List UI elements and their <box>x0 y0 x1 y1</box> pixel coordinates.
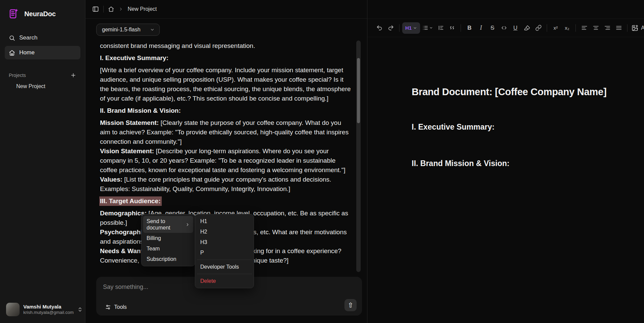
menu-item-team[interactable]: Team <box>143 243 193 254</box>
model-selector-row: gemini-1.5-flash <box>85 19 367 39</box>
header-divider <box>103 6 104 12</box>
arrow-up-icon: ⇧ <box>348 302 354 308</box>
toolbar-divider <box>461 24 461 32</box>
search-icon <box>9 35 15 41</box>
tools-button[interactable]: Tools <box>103 304 129 311</box>
user-name: Vamshi Mutyala <box>23 304 74 310</box>
doc-heading-executive-summary: I. Executive Summary: <box>100 53 352 63</box>
toolbar-divider <box>575 24 576 32</box>
menu-separator <box>197 260 252 260</box>
tools-label: Tools <box>114 304 127 310</box>
add-label: Add <box>641 25 644 31</box>
projects-label: Projects <box>9 73 26 78</box>
submenu-item-p[interactable]: P <box>197 247 252 258</box>
sidebar-item-search[interactable]: Search <box>5 31 80 45</box>
chevron-down-icon <box>413 26 417 30</box>
editor-panel: H1 B I S <box>367 0 644 323</box>
doc-heading-target-audience: III. Target Audience: <box>100 196 352 206</box>
bold-button[interactable]: B <box>464 22 475 34</box>
add-project-button[interactable] <box>70 72 76 78</box>
scrollbar-thumb[interactable] <box>357 58 360 123</box>
neuradoc-logo-icon <box>7 7 20 20</box>
image-plus-icon <box>632 25 638 31</box>
model-name: gemini-1.5-flash <box>102 27 140 33</box>
editor-toolbar: H1 B I S <box>367 19 644 37</box>
code-button[interactable] <box>498 22 510 34</box>
align-center-button[interactable] <box>590 22 601 34</box>
toolbar-divider <box>399 24 400 32</box>
model-selector[interactable]: gemini-1.5-flash <box>96 24 160 36</box>
redo-button[interactable] <box>385 22 396 34</box>
doc-paragraph: consistent brand messaging and visual re… <box>100 41 352 51</box>
context-menu: Send to document Billing Team Subscripti… <box>141 214 195 266</box>
italic-button[interactable]: I <box>475 22 487 34</box>
underline-button[interactable]: U <box>510 22 521 34</box>
heading-select-button[interactable]: H1 <box>402 22 420 34</box>
sidebar-item-new-project[interactable]: New Project <box>5 80 80 92</box>
chevron-right-icon <box>185 222 190 227</box>
editor-document[interactable]: Brand Document: [Coffee Company Name] I.… <box>367 37 644 323</box>
doc-paragraph: Vision Statement: [Describe your long-te… <box>100 146 352 175</box>
menu-separator <box>197 274 252 274</box>
link-button[interactable] <box>533 22 544 34</box>
chat-panel: New Project gemini-1.5-flash consistent … <box>85 0 367 323</box>
menu-item-subscription[interactable]: Subscription <box>143 254 193 264</box>
chevron-down-icon <box>150 27 155 32</box>
breadcrumb-project[interactable]: New Project <box>128 6 157 12</box>
breadcrumb-home-icon[interactable] <box>108 6 114 12</box>
send-to-document-submenu: H1 H2 H3 P Developer Tools Delete <box>195 214 254 288</box>
send-button[interactable]: ⇧ <box>344 299 357 311</box>
scrollbar-track[interactable] <box>356 41 361 272</box>
avatar <box>6 303 20 316</box>
undo-button[interactable] <box>373 22 385 34</box>
editor-doc-heading-mission-vision: II. Brand Mission & Vision: <box>412 159 644 168</box>
submenu-item-delete[interactable]: Delete <box>197 276 252 286</box>
submenu-item-developer-tools[interactable]: Developer Tools <box>197 262 252 272</box>
align-justify-button[interactable] <box>613 22 624 34</box>
sidebar-search-label: Search <box>19 34 37 41</box>
submenu-item-h2[interactable]: H2 <box>197 226 252 237</box>
editor-doc-heading-executive-summary: I. Executive Summary: <box>412 123 644 132</box>
submenu-item-h3[interactable]: H3 <box>197 237 252 247</box>
sidebar: NeuraDoc Search Home Projects New Projec… <box>0 0 85 323</box>
user-menu[interactable]: Vamshi Mutyala krish.mutyala@gmail.com <box>5 301 80 318</box>
doc-paragraph: Values: [List the core principles that g… <box>100 175 352 194</box>
app-name: NeuraDoc <box>24 10 56 18</box>
align-right-button[interactable] <box>601 22 613 34</box>
selected-text-highlight: III. Target Audience: <box>99 196 162 206</box>
align-left-button[interactable] <box>578 22 590 34</box>
subscript-button[interactable]: x₂ <box>561 22 573 34</box>
highlighter-button[interactable] <box>521 22 533 34</box>
doc-paragraph: Mission Statement: [Clearly state the pu… <box>100 118 352 146</box>
sidebar-toggle-icon[interactable] <box>92 6 99 12</box>
editor-doc-title: Brand Document: [Coffee Company Name] <box>412 86 644 98</box>
toolbar-divider <box>547 24 547 32</box>
sidebar-item-home[interactable]: Home <box>5 46 80 59</box>
submenu-item-h1[interactable]: H1 <box>197 216 252 226</box>
home-icon <box>9 50 15 56</box>
user-email: krish.mutyala@gmail.com <box>23 310 74 315</box>
toolbar-divider <box>627 24 627 32</box>
menu-item-send-to-document[interactable]: Send to document <box>143 216 193 233</box>
editor-panel-top-bar <box>367 0 644 19</box>
strikethrough-button[interactable]: S <box>487 22 498 34</box>
projects-section-header: Projects <box>5 70 80 80</box>
bullet-list-button[interactable] <box>420 22 435 34</box>
sliders-icon <box>105 304 111 310</box>
app-logo: NeuraDoc <box>5 7 80 20</box>
doc-heading-mission-vision: II. Brand Mission & Vision: <box>100 106 352 115</box>
chevron-right-icon <box>119 7 123 11</box>
blockquote-icon[interactable] <box>446 22 458 34</box>
superscript-button[interactable]: x² <box>550 22 561 34</box>
ordered-list-button[interactable] <box>435 22 446 34</box>
sidebar-home-label: Home <box>19 49 34 56</box>
chat-header: New Project <box>85 0 367 19</box>
chevrons-up-down-icon <box>77 307 83 312</box>
menu-item-billing[interactable]: Billing <box>143 233 193 243</box>
doc-paragraph: [Write a brief overview of your coffee c… <box>100 65 352 103</box>
heading-level-label: H1 <box>405 25 412 31</box>
add-media-button[interactable]: Add <box>630 25 644 31</box>
